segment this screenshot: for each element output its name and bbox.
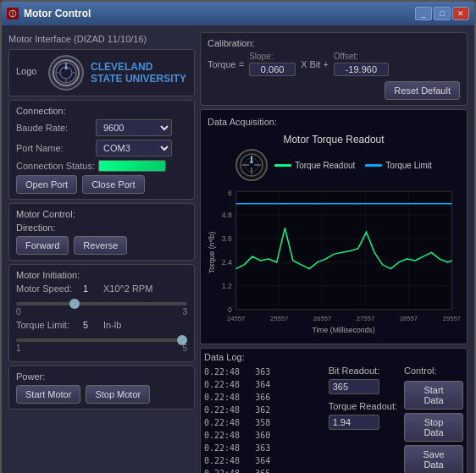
title-bar: Motor Control _ □ ✕ bbox=[2, 2, 474, 25]
motor-control-section: Motor Control: Direction: Forward Revers… bbox=[8, 203, 195, 261]
port-name-select[interactable]: COM3 COM1 COM2 bbox=[96, 140, 172, 157]
svg-text:3.6: 3.6 bbox=[222, 234, 232, 243]
motor-initiation-label: Motor Initiation: bbox=[16, 270, 187, 280]
torque-readout-section: Torque Readout: bbox=[329, 401, 397, 430]
svg-text:28557: 28557 bbox=[400, 315, 418, 322]
window-controls: _ □ ✕ bbox=[415, 7, 469, 20]
list-item: 0.22:48 360 bbox=[204, 429, 322, 442]
baud-rate-select[interactable]: 9600 19200 115200 bbox=[96, 119, 172, 136]
list-item: 0.22:48 362 bbox=[204, 404, 322, 416]
speed-slider[interactable] bbox=[16, 302, 187, 305]
limit-line bbox=[365, 164, 382, 167]
left-panel: Motor Interface (DIZAD 11/10/16) Logo bbox=[8, 32, 195, 473]
control-label: Control: bbox=[404, 366, 463, 376]
speed-min: 0 bbox=[16, 307, 21, 316]
window-icon bbox=[7, 8, 19, 19]
forward-button[interactable]: Forward bbox=[16, 236, 69, 255]
motor-control-label: Motor Control: bbox=[16, 209, 187, 219]
svg-text:4.8: 4.8 bbox=[222, 211, 232, 219]
list-item: 0.22:48 366 bbox=[204, 391, 322, 404]
connection-status-label: Connection Status: bbox=[16, 161, 95, 171]
slope-label: Slope: bbox=[249, 52, 296, 61]
torque-readout-label: Torque Readout: bbox=[329, 401, 397, 411]
svg-text:Time (Milliseconds): Time (Milliseconds) bbox=[312, 326, 374, 334]
svg-text:2.4: 2.4 bbox=[222, 258, 232, 267]
port-buttons: Open Port Close Port bbox=[16, 175, 187, 194]
chart-title: Motor Torque Readout bbox=[208, 134, 460, 146]
torque-limit-row: Torque Limit: 5 In-lb bbox=[16, 320, 187, 330]
svg-text:24557: 24557 bbox=[227, 315, 245, 322]
torque-slider-container: 1 5 bbox=[16, 333, 187, 353]
torque-limit-label: Torque Limit: bbox=[16, 320, 80, 330]
content-area: Motor Interface (DIZAD 11/10/16) Logo bbox=[2, 25, 474, 473]
baud-rate-label: Baude Rate: bbox=[16, 123, 92, 133]
calibration-label: Calibration: bbox=[208, 38, 460, 48]
legend-readout-label: Torque Readout bbox=[295, 161, 355, 170]
legend-readout: Torque Readout bbox=[274, 161, 355, 170]
torque-eq-label: Torque = bbox=[208, 59, 244, 69]
chart-legend: Torque Readout Torque Limit bbox=[274, 161, 432, 170]
slope-input[interactable]: 0.060 bbox=[249, 63, 296, 76]
motor-initiation-section: Motor Initiation: Motor Speed: 1 X10^2 R… bbox=[8, 264, 195, 362]
close-port-button[interactable]: Close Port bbox=[82, 175, 144, 194]
port-name-row: Port Name: COM3 COM1 COM2 bbox=[16, 140, 187, 157]
stop-motor-button[interactable]: Stop Motor bbox=[86, 385, 150, 404]
control-buttons: Start Data Stop Data Save Data bbox=[404, 381, 463, 473]
start-data-button[interactable]: Start Data bbox=[404, 381, 463, 410]
motor-speed-label: Motor Speed: bbox=[16, 283, 80, 294]
logo-circle bbox=[48, 55, 84, 91]
xbit-label: X Bit + bbox=[301, 59, 329, 69]
open-port-button[interactable]: Open Port bbox=[16, 175, 77, 194]
reset-default-button[interactable]: Reset Default bbox=[385, 81, 460, 100]
data-acquisition-label: Data Acquisition: bbox=[208, 117, 277, 127]
subtitle: Motor Interface (DIZAD 11/10/16) bbox=[8, 32, 195, 46]
minimize-button[interactable]: _ bbox=[415, 7, 432, 20]
reverse-button[interactable]: Reverse bbox=[74, 236, 127, 255]
direction-buttons: Forward Reverse bbox=[16, 236, 187, 255]
stop-data-button[interactable]: Stop Data bbox=[404, 413, 463, 442]
logo-label: Logo bbox=[16, 66, 42, 76]
torque-max: 5 bbox=[182, 344, 187, 353]
power-section: Power: Start Motor Stop Motor bbox=[8, 366, 195, 410]
torque-slider[interactable] bbox=[16, 338, 187, 342]
log-readouts: Bit Readout: Torque Readout: Control: bbox=[329, 366, 463, 473]
port-name-label: Port Name: bbox=[16, 143, 92, 153]
log-entries: 0.22:48 363 0.22:48 364 0.22:48 366 0.22… bbox=[204, 366, 322, 473]
motor-speed-row: Motor Speed: 1 X10^2 RPM bbox=[16, 283, 187, 294]
connection-status-row: Connection Status: bbox=[16, 160, 187, 172]
chart-section: Data Acquisition: Motor Torque Readout bbox=[200, 109, 468, 344]
save-data-button[interactable]: Save Data bbox=[404, 445, 463, 473]
bit-readout-label: Bit Readout: bbox=[329, 366, 397, 376]
start-motor-button[interactable]: Start Motor bbox=[16, 385, 80, 404]
log-lines-container: 0.22:48 363 0.22:48 364 0.22:48 366 0.22… bbox=[204, 366, 322, 473]
torque-limit-value: 5 bbox=[83, 320, 100, 330]
svg-text:1.2: 1.2 bbox=[222, 282, 232, 290]
speed-max: 3 bbox=[182, 307, 187, 316]
svg-text:26557: 26557 bbox=[313, 315, 331, 322]
torque-readout-input[interactable] bbox=[329, 415, 379, 430]
bit-readout-input[interactable] bbox=[329, 379, 379, 394]
power-label: Power: bbox=[16, 371, 187, 382]
list-item: 0.22:48 363 bbox=[204, 366, 322, 378]
svg-text:27557: 27557 bbox=[357, 315, 374, 322]
university-name: CLEVELAND STATE UNIVERSITY bbox=[91, 61, 187, 85]
close-button[interactable]: ✕ bbox=[452, 7, 469, 20]
connection-status-indicator bbox=[98, 160, 166, 172]
list-item: 0.22:48 363 bbox=[204, 442, 322, 454]
offset-label: Offset: bbox=[334, 52, 389, 61]
compass-icon bbox=[235, 149, 268, 181]
power-buttons: Start Motor Stop Motor bbox=[16, 385, 187, 404]
chart-area: 0 1.2 2.4 3.6 4.8 6 24557 25557 26557 27… bbox=[208, 184, 460, 337]
svg-text:6: 6 bbox=[228, 189, 232, 197]
chart-svg: 0 1.2 2.4 3.6 4.8 6 24557 25557 26557 27… bbox=[208, 184, 460, 337]
legend-limit-label: Torque Limit bbox=[385, 161, 431, 170]
motor-speed-unit: X10^2 RPM bbox=[103, 283, 152, 294]
maximize-button[interactable]: □ bbox=[434, 7, 451, 20]
baud-rate-row: Baude Rate: 9600 19200 115200 bbox=[16, 119, 187, 136]
offset-input[interactable]: -19.960 bbox=[334, 63, 389, 76]
calibration-section: Calibration: Torque = Slope: 0.060 X Bit… bbox=[200, 32, 468, 106]
svg-marker-8 bbox=[64, 66, 68, 69]
svg-rect-16 bbox=[236, 191, 452, 309]
logo-inner bbox=[53, 59, 80, 86]
main-window: Motor Control _ □ ✕ Motor Interface (DIZ… bbox=[0, 0, 476, 473]
